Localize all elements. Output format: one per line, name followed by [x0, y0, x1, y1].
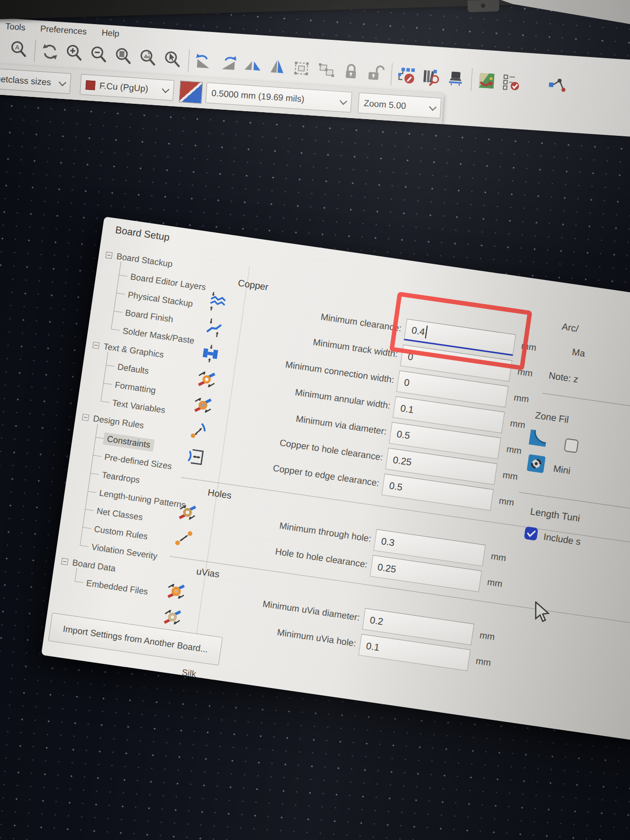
field-value: 0.5: [388, 480, 403, 493]
ungroup-icon[interactable]: [315, 59, 338, 81]
tree-label: Board Data: [72, 558, 117, 574]
menu-preferences[interactable]: Preferences: [40, 24, 87, 37]
svg-text:A: A: [15, 43, 20, 51]
collapse-icon[interactable]: [105, 251, 113, 259]
rotate-cw-icon[interactable]: [217, 53, 239, 75]
toolbar-separator: [34, 39, 36, 62]
toolbar-spacer: [525, 83, 547, 85]
field-value: 0.25: [377, 561, 397, 575]
field-value: 0.3: [380, 535, 395, 549]
unit-label: mm: [490, 551, 507, 563]
zoom-fit-objects-icon[interactable]: [137, 47, 159, 69]
allow-fillets-checkbox[interactable]: [564, 438, 579, 453]
field-value: 0.1: [400, 402, 414, 415]
layer-color-swatch-icon: [86, 80, 95, 90]
min-through-hole-icon: [177, 502, 198, 523]
tree-label: Embedded Files: [86, 578, 149, 597]
field-value: 0.5: [396, 428, 410, 441]
chevron-down-icon: [340, 97, 347, 105]
zone-fill-heading-partial: Zone Fil: [535, 410, 569, 426]
flip-vertical-icon[interactable]: [266, 56, 288, 78]
layer-value: F.Cu (PgUp): [99, 80, 149, 94]
route-tracks-partial-icon[interactable]: [546, 74, 568, 96]
run-drc-icon[interactable]: [500, 71, 522, 93]
tree-label: Teardrops: [101, 470, 141, 486]
unit-label: mm: [502, 469, 519, 482]
track-width-value: 0.5000 mm (19.69 mils): [211, 88, 305, 104]
track-via-color-swatch-icon[interactable]: [179, 81, 203, 104]
collapse-icon[interactable]: [82, 414, 90, 421]
import-settings-label: Import Settings from Another Board...: [63, 623, 209, 654]
min-clearance-icon: [207, 291, 228, 312]
collapse-icon[interactable]: [93, 342, 100, 349]
zoom-in-icon[interactable]: [63, 42, 86, 64]
unit-label: mm: [475, 655, 492, 668]
min-annular-width-icon: [196, 369, 217, 390]
unit-label: mm: [486, 577, 503, 590]
min-connection-width-icon: [200, 343, 221, 364]
unit-label: mm: [509, 418, 526, 431]
hole-to-hole-clearance-icon: [173, 528, 194, 549]
zoom-selection-icon[interactable]: [162, 49, 184, 71]
arc-label-partial: Arc/: [561, 321, 579, 335]
chevron-down-icon: [59, 78, 66, 86]
toolbar-separator: [188, 50, 189, 72]
min-uvia-hole-icon: [162, 607, 183, 628]
zoom-out-icon[interactable]: [88, 44, 110, 66]
flip-horizontal-icon[interactable]: [242, 54, 264, 76]
copper-edge-clearance-icon: [185, 446, 206, 467]
unlock-icon[interactable]: [365, 62, 387, 85]
rotate-ccw-icon[interactable]: [193, 51, 215, 73]
min-uvia-diameter-icon: [165, 581, 187, 602]
field-value: 0: [404, 376, 410, 388]
unit-label: mm: [479, 630, 496, 643]
copper-hole-clearance-icon: [189, 420, 210, 441]
unit-label: mm: [498, 495, 515, 508]
include-stub-lengths-checkbox[interactable]: [523, 526, 539, 541]
edit-footprints-icon[interactable]: [396, 64, 418, 87]
lock-icon[interactable]: [340, 61, 362, 83]
group-icon[interactable]: [291, 58, 313, 80]
min-label-partial: Mini: [553, 463, 571, 476]
chevron-down-icon: [162, 85, 170, 93]
field-value: 0.1: [365, 640, 380, 653]
unit-label: mm: [513, 392, 530, 405]
min-track-width-icon: [204, 317, 225, 339]
toolbar-separator: [391, 63, 393, 86]
dialog-title: Board Setup: [115, 224, 170, 244]
right-separator: [542, 393, 630, 415]
field-value: 0.25: [392, 454, 412, 467]
menu-help[interactable]: Help: [101, 28, 120, 39]
unit-label: mm: [505, 443, 522, 456]
zone-min-width-icon: [525, 453, 547, 475]
collapse-icon[interactable]: [61, 558, 68, 565]
zone-fillet-icon: [526, 426, 550, 450]
toolbar-separator: [471, 68, 472, 91]
webcam-module: [468, 0, 500, 12]
zoom-auto-icon[interactable]: A: [8, 39, 30, 61]
zoom-value: Zoom 5.00: [363, 98, 406, 111]
chevron-down-icon: [429, 103, 437, 111]
length-tuning-heading-partial: Length Tuni: [530, 506, 581, 524]
layer-option: F.Cu (PgUp): [86, 80, 149, 94]
include-stub-label-partial: Include s: [543, 531, 581, 548]
max-label-partial: Ma: [571, 346, 586, 359]
zoom-fit-page-icon[interactable]: [113, 46, 135, 68]
tree-label: Net Classes: [96, 506, 143, 523]
tree-label: Board Finish: [125, 308, 174, 325]
tree-label: Formatting: [114, 380, 157, 396]
field-value: 0.2: [369, 614, 384, 627]
refresh-icon[interactable]: [39, 41, 61, 63]
tree-label: Defaults: [117, 362, 150, 376]
menu-tools[interactable]: Tools: [5, 21, 26, 33]
board-setup-dialog: Board Setup Board Stackup Board Editor L…: [41, 217, 630, 741]
library-browser-icon[interactable]: [420, 66, 442, 88]
mouse-cursor: [534, 601, 551, 624]
update-pcb-icon[interactable]: [475, 70, 498, 92]
board-view-icon[interactable]: [444, 68, 467, 90]
note-label-partial: Note: z: [548, 370, 579, 385]
min-via-diameter-icon: [192, 395, 214, 416]
netclass-value: e netclass sizes: [0, 73, 51, 88]
